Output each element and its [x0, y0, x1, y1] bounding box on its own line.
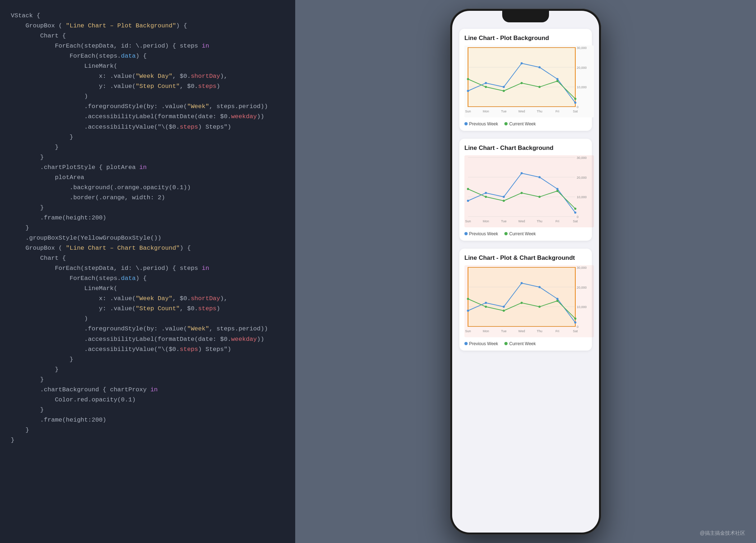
svg-point-49 — [503, 196, 505, 198]
svg-text:Sun: Sun — [465, 110, 471, 113]
svg-text:Tue: Tue — [501, 219, 507, 223]
svg-text:Wed: Wed — [518, 219, 525, 223]
legend-label: Previous Week — [469, 121, 498, 126]
legend-dot — [464, 122, 468, 125]
svg-point-26 — [503, 90, 505, 92]
legend-label: Previous Week — [469, 341, 498, 346]
code-line: plotArea — [11, 173, 288, 183]
legend-item: Current Week — [504, 121, 536, 126]
svg-text:Wed: Wed — [518, 329, 525, 333]
chart-svg-area: 010,00020,00030,000SunMonTueWedThuFriSat — [464, 45, 587, 119]
code-line: ForEach(stepData, id: \.period) { steps … — [11, 41, 288, 51]
watermark: @搞主搞金技术社区 — [700, 530, 745, 537]
code-line: .accessibilityValue("\($0.steps) Steps") — [11, 122, 288, 132]
code-line: ForEach(stepData, id: \.period) { steps … — [11, 263, 288, 273]
svg-point-83 — [556, 298, 558, 300]
svg-point-56 — [503, 200, 505, 202]
legend-dot — [464, 342, 468, 345]
legend-dot — [504, 122, 508, 125]
svg-text:30,000: 30,000 — [577, 46, 587, 50]
svg-point-80 — [503, 306, 505, 308]
chart-card-3: Line Chart - Plot & Chart Backgroundt010… — [459, 249, 592, 351]
svg-point-48 — [485, 192, 487, 194]
svg-point-19 — [503, 86, 505, 88]
svg-point-84 — [574, 321, 576, 324]
code-line: } — [11, 223, 288, 233]
legend-label: Previous Week — [469, 231, 498, 236]
code-line: Chart { — [11, 253, 288, 263]
code-line: .foregroundStyle(by: .value("Week", step… — [11, 324, 288, 334]
phone-notch — [502, 11, 549, 22]
chart-title: Line Chart - Plot Background — [464, 35, 587, 42]
code-line: .foregroundStyle(by: .value("Week", step… — [11, 102, 288, 112]
svg-text:Thu: Thu — [537, 219, 543, 223]
code-line: ) — [11, 92, 288, 102]
svg-text:30,000: 30,000 — [577, 156, 587, 160]
legend-dot — [504, 342, 508, 345]
svg-rect-62 — [468, 267, 575, 326]
svg-point-47 — [467, 200, 469, 202]
svg-text:20,000: 20,000 — [577, 285, 587, 289]
code-panel: VStack { GroupBox ( "Line Chart – Plot B… — [0, 0, 295, 543]
svg-point-18 — [485, 82, 487, 84]
legend-label: Current Week — [509, 121, 536, 126]
svg-text:10,000: 10,000 — [577, 305, 587, 309]
code-line: x: .value("Week Day", $0.shortDay), — [11, 71, 288, 81]
svg-point-57 — [521, 192, 523, 194]
svg-text:Thu: Thu — [537, 329, 543, 333]
svg-rect-1 — [468, 48, 575, 107]
svg-text:Sun: Sun — [465, 329, 471, 333]
svg-point-60 — [574, 208, 576, 210]
svg-text:Fri: Fri — [555, 329, 559, 333]
svg-text:Mon: Mon — [483, 329, 489, 333]
legend-item: Previous Week — [464, 121, 498, 126]
code-line: GroupBox ( "Line Chart – Chart Backgroun… — [11, 243, 288, 253]
svg-point-50 — [521, 172, 523, 174]
code-line: ForEach(steps.data) { — [11, 51, 288, 61]
code-line: } — [11, 132, 288, 142]
chart-title: Line Chart - Chart Background — [464, 144, 587, 152]
code-line: .chartPlotStyle { plotArea in — [11, 163, 288, 173]
svg-text:Mon: Mon — [483, 219, 489, 223]
code-line: } — [11, 425, 288, 435]
svg-point-54 — [467, 188, 469, 190]
svg-point-25 — [485, 86, 487, 88]
legend-item: Previous Week — [464, 231, 498, 236]
code-line: ) — [11, 314, 288, 324]
chart-legend: Previous WeekCurrent Week — [464, 121, 587, 126]
legend-dot — [504, 232, 508, 235]
svg-point-86 — [485, 306, 487, 308]
svg-point-90 — [556, 299, 558, 302]
svg-text:20,000: 20,000 — [577, 175, 587, 179]
code-line: } — [11, 355, 288, 365]
legend-dot — [464, 232, 468, 235]
code-line: y: .value("Step Count", $0.steps) — [11, 81, 288, 92]
svg-text:Mon: Mon — [483, 110, 489, 113]
legend-item: Previous Week — [464, 341, 498, 346]
chart-svg-area: 010,00020,00030,000SunMonTueWedThuFriSat — [464, 155, 587, 229]
code-line: ForEach(steps.data) { — [11, 273, 288, 284]
code-line: } — [11, 365, 288, 375]
svg-text:Thu: Thu — [537, 110, 543, 113]
code-line: } — [11, 405, 288, 415]
code-line: VStack { — [11, 11, 288, 21]
code-line: y: .value("Step Count", $0.steps) — [11, 304, 288, 314]
chart-title: Line Chart - Plot & Chart Backgroundt — [464, 254, 587, 262]
svg-point-88 — [521, 302, 523, 304]
svg-text:10,000: 10,000 — [577, 85, 587, 89]
phone-content: Line Chart - Plot Background010,00020,00… — [452, 11, 599, 533]
phone-frame: Line Chart - Plot Background010,00020,00… — [450, 9, 601, 535]
chart-legend: Previous WeekCurrent Week — [464, 231, 587, 236]
code-line: .chartBackground { chartProxy in — [11, 385, 288, 395]
svg-point-55 — [485, 196, 487, 198]
svg-text:Fri: Fri — [555, 219, 559, 223]
code-line: } — [11, 435, 288, 445]
code-line: } — [11, 375, 288, 385]
phone-screen: Line Chart - Plot Background010,00020,00… — [452, 11, 599, 533]
legend-item: Current Week — [504, 231, 536, 236]
svg-point-91 — [574, 317, 576, 320]
legend-item: Current Week — [504, 341, 536, 346]
svg-point-82 — [539, 286, 541, 288]
legend-label: Current Week — [509, 341, 536, 346]
svg-point-87 — [503, 310, 505, 312]
